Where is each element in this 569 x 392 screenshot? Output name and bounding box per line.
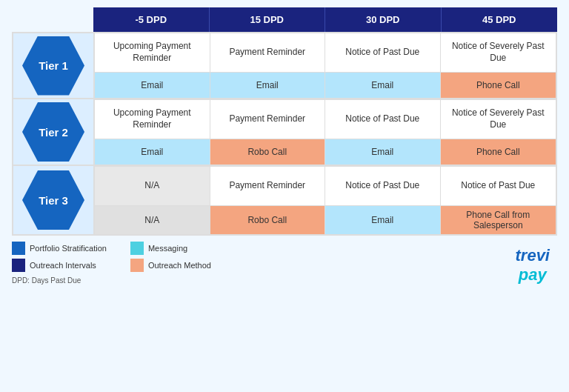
col-header-2: 30 DPD: [325, 7, 442, 32]
legend-group-2: Messaging Outreach Method: [130, 242, 211, 272]
col-header-1: 15 DPD: [210, 7, 326, 32]
legend-outreach-method-label: Outreach Method: [148, 261, 211, 270]
tiers-section: Tier 1 Upcoming Payment Reminder Payment…: [12, 32, 557, 236]
bottom-row: Portfolio Stratification Outreach Interv…: [12, 242, 557, 285]
tier-2-method-3: Phone Call: [441, 139, 556, 165]
tier-3-grid: N/A Payment Reminder Notice of Past Due …: [95, 166, 556, 234]
legend-portfolio-icon: [12, 242, 25, 255]
tier-1-content-row: Upcoming Payment Reminder Payment Remind…: [95, 33, 556, 72]
tier-2-content-1: Payment Reminder: [210, 100, 326, 139]
tier-2-content-2: Notice of Past Due: [325, 100, 441, 139]
tier-3-content-1: Payment Reminder: [210, 167, 326, 205]
legend-portfolio: Portfolio Stratification: [12, 242, 107, 255]
column-headers: -5 DPD 15 DPD 30 DPD 45 DPD: [93, 7, 557, 32]
col-header-0: -5 DPD: [93, 7, 210, 32]
tier-3-method-0: N/A: [95, 206, 210, 234]
legend-outreach-intervals-icon: [12, 259, 25, 272]
tier-1-method-1: Email: [210, 73, 326, 98]
tier-3-hex: Tier 3: [22, 170, 84, 230]
header-spacer: [12, 7, 93, 32]
tier-1-content-2: Notice of Past Due: [325, 33, 441, 72]
tier-3-method-row: N/A Robo Call Email Phone Call from Sale…: [95, 205, 556, 234]
tier-1-method-row: Email Email Email Phone Call: [95, 72, 556, 98]
legend-outreach-intervals-label: Outreach Intervals: [30, 261, 96, 270]
tier-2-content-3: Notice of Severely Past Due: [441, 100, 556, 139]
tier-1-hex: Tier 1: [22, 36, 84, 96]
logo: trevi pay: [516, 246, 550, 285]
tier-2-method-0: Email: [95, 139, 210, 165]
tier-1-content-1: Payment Reminder: [210, 33, 326, 72]
tier-3-content-3: Notice of Past Due: [441, 167, 556, 205]
tier-2-grid: Upcoming Payment Reminder Payment Remind…: [95, 99, 556, 165]
legend-messaging-icon: [130, 242, 144, 255]
legend-group-1: Portfolio Stratification Outreach Interv…: [12, 242, 107, 272]
legend-outreach-method: Outreach Method: [130, 259, 211, 272]
tier-1-method-0: Email: [95, 73, 210, 98]
tier-1-group: Tier 1 Upcoming Payment Reminder Payment…: [12, 32, 557, 99]
tier-1-method-3: Phone Call: [441, 73, 556, 98]
tier-2-method-2: Email: [325, 139, 441, 165]
tier-1-hex-wrapper: Tier 1: [13, 33, 95, 98]
tier-3-content-2: Notice of Past Due: [325, 167, 441, 205]
legend-outreach-method-icon: [130, 259, 144, 272]
col-header-3: 45 DPD: [442, 7, 558, 32]
tier-1-method-2: Email: [325, 73, 441, 98]
tier-2-method-1: Robo Call: [210, 139, 326, 165]
tier-1-content-0: Upcoming Payment Reminder: [95, 33, 210, 72]
tier-2-content-row: Upcoming Payment Reminder Payment Remind…: [95, 99, 556, 139]
tier-3-method-3: Phone Call from Salesperson: [441, 206, 556, 234]
tier-3-content-0: N/A: [95, 167, 210, 205]
tier-2-hex-wrapper: Tier 2: [13, 99, 95, 165]
tier-3-hex-wrapper: Tier 3: [13, 166, 95, 234]
legend-messaging-label: Messaging: [148, 244, 187, 253]
logo-area: trevi pay: [516, 246, 557, 285]
legend-portfolio-label: Portfolio Stratification: [30, 244, 107, 253]
tier-3-method-1: Robo Call: [210, 206, 326, 234]
legend-groups: Portfolio Stratification Outreach Interv…: [12, 242, 516, 272]
tier-1-content-3: Notice of Severely Past Due: [441, 33, 556, 72]
legend-messaging: Messaging: [130, 242, 211, 255]
header-row: -5 DPD 15 DPD 30 DPD 45 DPD: [12, 7, 557, 32]
tier-2-hex: Tier 2: [22, 102, 84, 162]
tier-3-group: Tier 3 N/A Payment Reminder Notice of Pa…: [12, 166, 557, 236]
legend-section: Portfolio Stratification Outreach Interv…: [12, 242, 516, 285]
main-content: -5 DPD 15 DPD 30 DPD 45 DPD Tier 1 Upcom…: [12, 7, 557, 386]
tier-2-content-0: Upcoming Payment Reminder: [95, 100, 210, 139]
tier-1-grid: Upcoming Payment Reminder Payment Remind…: [95, 33, 556, 98]
legend-outreach-intervals: Outreach Intervals: [12, 259, 107, 272]
logo-trevi: trevi: [516, 246, 550, 265]
tier-3-content-row: N/A Payment Reminder Notice of Past Due …: [95, 166, 556, 205]
tier-3-method-2: Email: [325, 206, 441, 234]
logo-pay: pay: [519, 265, 547, 284]
dpd-note: DPD: Days Past Due: [12, 276, 516, 285]
tier-2-method-row: Email Robo Call Email Phone Call: [95, 139, 556, 165]
tier-2-group: Tier 2 Upcoming Payment Reminder Payment…: [12, 99, 557, 166]
